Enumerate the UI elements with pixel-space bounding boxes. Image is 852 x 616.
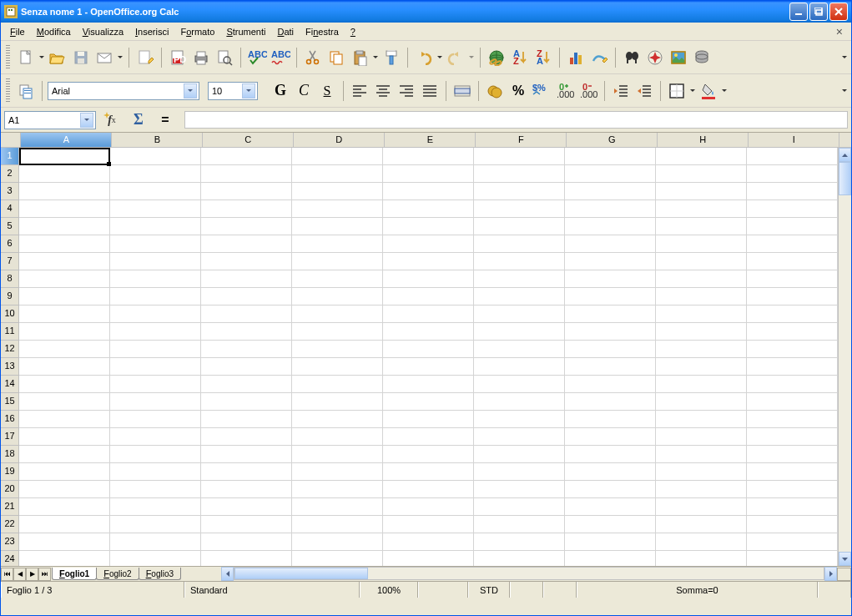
cell[interactable] — [656, 341, 747, 358]
sort-desc-button[interactable]: ZA — [532, 47, 554, 68]
tab-first-button[interactable]: ⏮ — [1, 568, 13, 581]
cell[interactable] — [565, 358, 656, 376]
cell[interactable] — [292, 463, 383, 481]
tab-prev-button[interactable]: ◀ — [13, 568, 26, 581]
borders-button[interactable] — [666, 80, 688, 102]
cell[interactable] — [383, 183, 474, 200]
cell[interactable] — [201, 393, 292, 411]
cell[interactable] — [19, 288, 110, 305]
bgcolor-dropdown[interactable] — [721, 87, 728, 94]
horizontal-scrollbar[interactable] — [221, 567, 837, 581]
export-pdf-button[interactable]: PDF — [167, 47, 189, 68]
cell[interactable] — [110, 253, 201, 270]
row-header-3[interactable]: 3 — [1, 183, 19, 200]
cell[interactable] — [656, 393, 747, 411]
col-header-A[interactable]: A — [21, 133, 112, 148]
align-center-button[interactable] — [372, 80, 394, 102]
cell[interactable] — [656, 358, 747, 376]
cell[interactable] — [474, 288, 565, 305]
cell[interactable] — [19, 481, 110, 498]
cell[interactable] — [565, 218, 656, 235]
cell[interactable] — [19, 533, 110, 551]
cell[interactable] — [656, 463, 747, 481]
cell[interactable] — [19, 463, 110, 481]
cell[interactable] — [292, 376, 383, 393]
currency-button[interactable] — [484, 80, 506, 102]
cell[interactable] — [110, 533, 201, 551]
cell[interactable] — [383, 551, 474, 566]
cell[interactable] — [383, 305, 474, 323]
cell[interactable] — [383, 463, 474, 481]
row-header-11[interactable]: 11 — [1, 323, 19, 341]
show-draw-button[interactable] — [588, 47, 610, 68]
cell[interactable] — [201, 165, 292, 183]
cell[interactable] — [474, 463, 565, 481]
cell[interactable] — [383, 446, 474, 463]
cell[interactable] — [19, 551, 110, 566]
sum-button[interactable]: Σ — [128, 109, 149, 131]
cell[interactable] — [747, 165, 838, 183]
cell[interactable] — [656, 411, 747, 428]
cell[interactable] — [474, 305, 565, 323]
gallery-button[interactable] — [668, 47, 689, 68]
cell[interactable] — [565, 481, 656, 498]
cell[interactable] — [656, 481, 747, 498]
col-header-D[interactable]: D — [294, 133, 385, 148]
cell[interactable] — [565, 323, 656, 341]
cell[interactable] — [656, 253, 747, 270]
row-header-20[interactable]: 20 — [1, 481, 19, 498]
cell[interactable] — [292, 235, 383, 253]
cell[interactable] — [474, 428, 565, 446]
col-header-H[interactable]: H — [658, 133, 749, 148]
cell[interactable] — [747, 498, 838, 516]
bgcolor-button[interactable] — [698, 80, 719, 102]
cell[interactable] — [565, 270, 656, 288]
cell[interactable] — [474, 516, 565, 533]
cell[interactable] — [19, 235, 110, 253]
toolbar-overflow-2[interactable] — [841, 87, 848, 94]
menu-?[interactable]: ? — [345, 25, 361, 38]
menu-file[interactable]: File — [4, 25, 31, 38]
navigator-button[interactable] — [644, 47, 666, 68]
cell[interactable] — [747, 358, 838, 376]
cell[interactable] — [201, 305, 292, 323]
cell[interactable] — [292, 270, 383, 288]
cell[interactable] — [474, 481, 565, 498]
cell[interactable] — [201, 341, 292, 358]
cell[interactable] — [292, 446, 383, 463]
font-size-select[interactable]: 10 — [208, 82, 258, 100]
cell[interactable] — [292, 165, 383, 183]
print-preview-button[interactable] — [214, 47, 235, 68]
equals-button[interactable]: = — [154, 109, 176, 131]
cell[interactable] — [19, 253, 110, 270]
cell[interactable] — [110, 463, 201, 481]
datasources-button[interactable] — [691, 47, 713, 68]
row-header-18[interactable]: 18 — [1, 446, 19, 463]
cell[interactable] — [565, 393, 656, 411]
new-dropdown[interactable] — [38, 53, 45, 61]
cell[interactable] — [383, 288, 474, 305]
redo-dropdown[interactable] — [468, 53, 475, 61]
cell[interactable] — [565, 305, 656, 323]
cell[interactable] — [292, 323, 383, 341]
font-name-select[interactable]: Arial — [48, 82, 199, 100]
cell[interactable] — [110, 428, 201, 446]
cell[interactable] — [474, 165, 565, 183]
row-header-14[interactable]: 14 — [1, 376, 19, 393]
cell[interactable] — [474, 148, 565, 165]
merge-cells-button[interactable] — [451, 80, 473, 102]
cell[interactable] — [19, 498, 110, 516]
cell[interactable] — [565, 428, 656, 446]
scroll-down-button[interactable] — [839, 552, 851, 566]
row-header-24[interactable]: 24 — [1, 551, 19, 566]
cell[interactable] — [19, 428, 110, 446]
cell[interactable] — [19, 305, 110, 323]
status-style[interactable]: Standard — [184, 582, 360, 598]
tab-next-button[interactable]: ▶ — [26, 568, 38, 581]
undo-button[interactable] — [413, 47, 435, 68]
close-doc-button[interactable]: × — [831, 25, 848, 38]
cell[interactable] — [201, 200, 292, 218]
cell[interactable] — [110, 305, 201, 323]
row-header-15[interactable]: 15 — [1, 393, 19, 411]
menu-inserisci[interactable]: Inserisci — [129, 25, 174, 38]
